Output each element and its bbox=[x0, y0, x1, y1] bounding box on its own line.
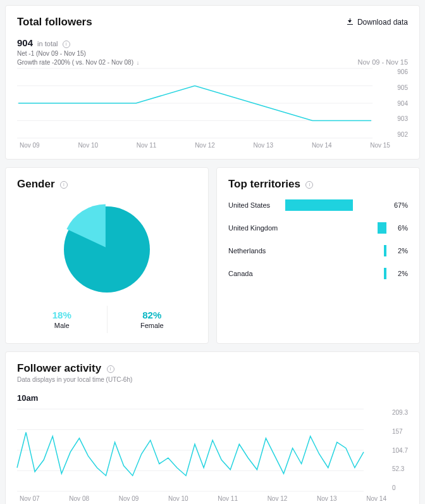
activity-card: Follower activity i Data displays in you… bbox=[5, 351, 420, 504]
download-icon bbox=[347, 18, 353, 25]
gender-female-label: Female bbox=[108, 322, 197, 329]
download-data-link[interactable]: Download data bbox=[347, 18, 408, 27]
info-icon[interactable]: i bbox=[107, 365, 114, 373]
info-icon[interactable]: i bbox=[63, 41, 70, 48]
activity-title: Follower activity bbox=[17, 362, 101, 374]
activity-subtitle: Data displays in your local time (UTC-6h… bbox=[17, 376, 408, 383]
territory-row: United Kingdom6% bbox=[228, 222, 408, 234]
territory-pct: 6% bbox=[386, 224, 408, 232]
followers-net-label: Net -1 (Nov 09 - Nov 15) bbox=[17, 50, 139, 57]
gender-title: Gender bbox=[17, 178, 55, 190]
territories-list: United States67%United Kingdom6%Netherla… bbox=[228, 199, 408, 279]
info-icon[interactable]: i bbox=[305, 181, 313, 189]
territory-bar bbox=[378, 222, 386, 234]
territory-pct: 2% bbox=[386, 247, 408, 255]
territory-name: Canada bbox=[228, 270, 285, 277]
followers-title: Total followers bbox=[17, 16, 92, 28]
territory-name: United Kingdom bbox=[228, 224, 285, 232]
gender-card: Gender i 18% Male 82% Female bbox=[5, 167, 209, 344]
followers-growth-label: Growth rate -200% ( vs. Nov 02 - Nov 08) bbox=[17, 59, 133, 66]
territory-row: Netherlands2% bbox=[228, 245, 408, 256]
followers-card: Total followers Download data 904 in tot… bbox=[5, 5, 420, 160]
info-icon[interactable]: i bbox=[60, 181, 68, 189]
gender-male-pct: 18% bbox=[17, 310, 107, 320]
territory-pct: 2% bbox=[386, 270, 408, 277]
gender-female-pct: 82% bbox=[108, 310, 197, 320]
followers-date-range: Nov 09 - Nov 15 bbox=[358, 58, 408, 66]
gender-pie-chart bbox=[59, 202, 154, 299]
download-label: Download data bbox=[357, 18, 408, 27]
followers-total-value: 904 bbox=[17, 37, 33, 48]
gender-male-label: Male bbox=[17, 322, 107, 329]
territories-title: Top territories bbox=[228, 178, 300, 190]
followers-chart: 906905904903902 bbox=[17, 68, 408, 138]
activity-chart: 209.3157104.752.30 bbox=[17, 409, 408, 491]
territory-name: Netherlands bbox=[228, 247, 285, 255]
territory-bar bbox=[384, 245, 386, 256]
territories-card: Top territories i United States67%United… bbox=[216, 167, 420, 344]
territory-bar bbox=[384, 268, 386, 279]
followers-total-label: in total bbox=[37, 40, 58, 47]
down-arrow-icon: ↓ bbox=[137, 60, 140, 66]
territory-row: Canada2% bbox=[228, 268, 408, 279]
territory-name: United States bbox=[228, 201, 285, 209]
territory-row: United States67% bbox=[228, 199, 408, 211]
activity-hour: 10am bbox=[17, 393, 408, 403]
territory-pct: 67% bbox=[386, 201, 408, 209]
territory-bar bbox=[285, 199, 353, 211]
